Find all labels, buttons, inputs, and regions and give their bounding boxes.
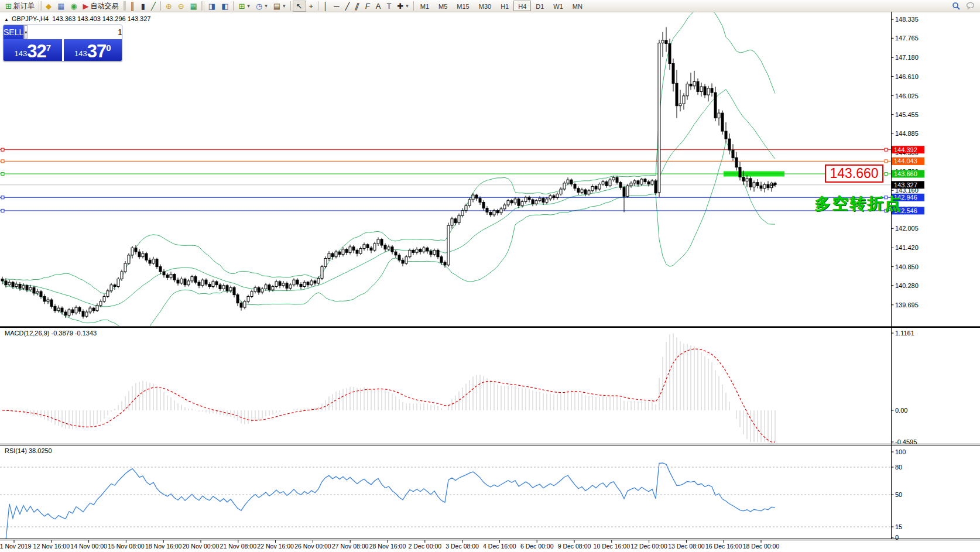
profile-next-button[interactable]: ◨	[205, 1, 218, 12]
timeframe-mn[interactable]: MN	[568, 1, 587, 11]
bear-candle	[735, 157, 738, 167]
timeframe-m1[interactable]: M1	[416, 1, 434, 11]
collapse-icon[interactable]: ▲	[4, 17, 9, 22]
channel-tool-button[interactable]: ∥	[352, 1, 362, 12]
rsi-indicator-label: RSI(14) 38.0250	[5, 447, 52, 454]
timeframe-d1[interactable]: D1	[531, 1, 549, 11]
chart-canvas[interactable]: 148.335147.765147.180146.610146.025145.4…	[0, 12, 980, 552]
bull-candle	[335, 252, 337, 257]
zoom-out-button[interactable]: ⊖	[175, 1, 187, 12]
tick-chart-button[interactable]: ◆	[43, 1, 54, 12]
timeframe-h4[interactable]: H4	[513, 1, 531, 11]
line-handle[interactable]	[885, 160, 888, 163]
bull-candle	[303, 282, 306, 286]
bear-candle	[697, 82, 699, 92]
bull-candle	[310, 281, 313, 285]
bull-candle	[591, 187, 594, 191]
trendline-tool-button[interactable]: ╱	[342, 1, 352, 12]
bull-candle	[503, 205, 506, 209]
line-handle[interactable]	[1, 196, 4, 199]
bear-candle	[728, 139, 731, 150]
line-handle[interactable]	[1, 160, 4, 163]
time-axis-label: 3 Dec 08:00	[446, 543, 479, 550]
cursor-tool-button[interactable]: ↖	[293, 1, 306, 12]
hline-icon: ─	[334, 2, 339, 10]
macd-histogram	[2, 333, 775, 442]
bull-candle	[321, 267, 323, 279]
time-axis-label: 12 Dec 00:00	[631, 543, 667, 550]
bear-candle	[553, 196, 555, 197]
periods-button[interactable]: ◷ ▾	[253, 1, 270, 12]
bull-candle	[289, 285, 292, 289]
price-axis-label: 142.005	[895, 225, 919, 232]
sell-price-button[interactable]: 143 32 7	[4, 39, 62, 61]
line-handle[interactable]	[1, 173, 4, 176]
toolbar: ⊞ 新订单 ◆ ▦ ◉ ▶ 自动交易 ║ ▮ ╱ ⊕ ⊖	[0, 0, 980, 12]
bull-candle	[8, 282, 11, 285]
price-callout-box[interactable]: 143.660	[825, 164, 883, 183]
bear-candle	[489, 212, 492, 215]
profile-prev-button[interactable]: ◧	[218, 1, 231, 12]
bear-candle	[419, 249, 422, 252]
timeframe-h1[interactable]: H1	[496, 1, 513, 11]
fibonacci-tool-button[interactable]: F	[362, 1, 373, 12]
signals-button[interactable]: ◉	[67, 1, 80, 12]
market-watch-button[interactable]: ▦	[54, 1, 67, 12]
price-axis-label: 140.280	[895, 282, 919, 289]
timeframe-w1[interactable]: W1	[549, 1, 568, 11]
crosshair-tool-button[interactable]: +	[306, 1, 317, 12]
bear-candle	[391, 247, 393, 252]
timeframe-m15[interactable]: M15	[452, 1, 474, 11]
bear-candle	[370, 248, 372, 250]
bull-candle	[121, 272, 123, 279]
bear-candle	[412, 250, 414, 252]
bull-candle	[633, 181, 636, 183]
vline-icon: │	[323, 2, 328, 10]
periods-icon: ◷	[256, 2, 262, 10]
candle-chart-button[interactable]: ▮	[138, 1, 148, 12]
chat-button[interactable]	[963, 1, 978, 12]
turning-point-annotation[interactable]: 多空转折点	[815, 193, 903, 214]
time-axis-label: 9 Dec 08:00	[558, 543, 591, 550]
volume-input[interactable]	[28, 25, 122, 39]
vline-tool-button[interactable]: │	[320, 1, 331, 12]
new-order-button[interactable]: ⊞ 新订单	[2, 1, 37, 12]
rsi-name: RSI(14)	[5, 447, 27, 454]
sell-button[interactable]: SELL	[4, 25, 24, 39]
bull-candle	[85, 312, 88, 316]
buy-price-button[interactable]: 143 37 0	[64, 39, 122, 61]
macd-values: -0.3879 -0.1343	[51, 330, 97, 337]
bear-candle	[749, 179, 752, 187]
timeframe-m5[interactable]: M5	[434, 1, 452, 11]
zoom-in-button[interactable]: ⊕	[163, 1, 175, 12]
bull-candle	[29, 287, 32, 290]
tile-windows-button[interactable]: ▦	[187, 1, 200, 12]
timeframe-m30[interactable]: M30	[474, 1, 496, 11]
bear-candle	[584, 190, 587, 194]
autotrading-button[interactable]: ▶ 自动交易	[80, 1, 122, 12]
bear-candle	[486, 208, 488, 212]
line-handle[interactable]	[1, 209, 4, 212]
bar-chart-button[interactable]: ║	[127, 1, 138, 12]
line-handle[interactable]	[885, 173, 888, 176]
line-price-label: 144.392	[894, 146, 917, 153]
rsi-axis-label: 80	[895, 464, 902, 471]
bear-candle	[173, 275, 176, 280]
search-button[interactable]	[949, 1, 963, 12]
text-label-tool-button[interactable]: T	[383, 1, 394, 12]
text-tool-button[interactable]: A	[373, 1, 384, 12]
bull-candle	[349, 247, 351, 253]
hline-tool-button[interactable]: ─	[331, 1, 342, 12]
line-handle[interactable]	[1, 148, 4, 151]
bull-candle	[293, 280, 295, 285]
bear-candle	[138, 252, 141, 257]
bull-candle	[525, 197, 527, 201]
bull-candle	[763, 184, 766, 188]
indicators-button[interactable]: ⊞ ▾	[235, 1, 252, 12]
line-handle[interactable]	[885, 148, 888, 151]
bull-candle	[563, 183, 566, 189]
arrows-tool-button[interactable]: ✚ ▾	[394, 1, 411, 12]
bear-candle	[384, 245, 386, 249]
line-chart-button[interactable]: ╱	[148, 1, 159, 12]
templates-button[interactable]: ▤ ▾	[270, 1, 289, 12]
